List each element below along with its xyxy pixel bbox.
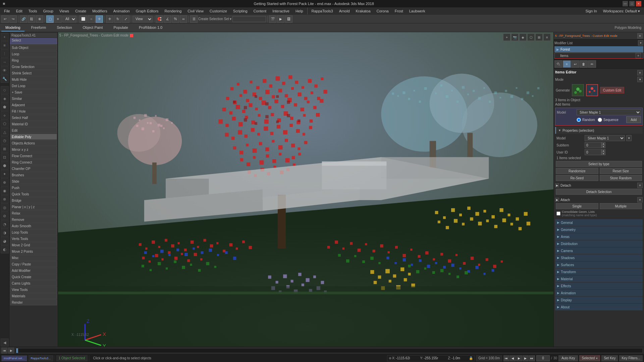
add-item-btn[interactable]: Add <box>626 116 641 123</box>
about-header[interactable]: ▶ About <box>555 304 643 310</box>
grow-selection-btn[interactable]: Grow Selection <box>10 64 57 70</box>
menu-content[interactable]: Content <box>251 8 269 14</box>
tool3[interactable]: ⬟ <box>1 103 9 111</box>
tool12[interactable]: ⊕ <box>1 178 9 186</box>
keyfilters-btn[interactable]: Key Filters... <box>619 355 643 361</box>
percent-snap[interactable]: % <box>172 15 179 23</box>
tool5[interactable]: ⬠ <box>1 120 9 128</box>
remove-btn[interactable]: Remove <box>10 217 57 223</box>
tab-proribbon[interactable]: ProRibbon 1.0 <box>135 24 166 32</box>
tool20[interactable]: ◐ <box>1 245 9 253</box>
modifier-options-btn[interactable]: ≡ <box>637 33 643 39</box>
sub-object-btn[interactable]: Sub Object <box>10 45 57 51</box>
subitem-down[interactable]: ▼ <box>601 145 605 148</box>
menu-modifiers[interactable]: Modifiers <box>90 8 110 14</box>
tool8[interactable]: ⊞ <box>1 145 9 153</box>
timeline-thumb[interactable] <box>16 348 18 353</box>
tab-selection[interactable]: Selection <box>53 24 76 32</box>
bridge-btn[interactable]: Bridge <box>10 197 57 203</box>
misc-btn[interactable]: Misc <box>10 255 57 261</box>
menu-graph-editors[interactable]: Graph Editors <box>133 8 161 14</box>
chamfer-op-btn[interactable]: Chamfer OP <box>10 166 57 172</box>
userid-up[interactable]: ▲ <box>601 149 605 152</box>
areas-header[interactable]: ▶ Areas <box>555 233 643 240</box>
geometry-header[interactable]: ▶ Geometry <box>555 226 643 233</box>
attach-arrow[interactable]: ▶ <box>555 198 559 202</box>
userid-down[interactable]: ▼ <box>601 152 605 155</box>
view-tools-btn[interactable]: View Tools <box>10 287 57 293</box>
mod-icon-4[interactable]: 🗑 <box>580 60 588 68</box>
selected-dropdown[interactable]: ▾ <box>596 357 598 360</box>
flow-connect-btn[interactable]: Flow Connect <box>10 153 57 159</box>
copy-paste-btn[interactable]: Copy / Paste <box>10 261 57 267</box>
tab-modeling[interactable]: Modeling <box>1 24 24 32</box>
attach-options[interactable]: ≡ <box>637 197 643 202</box>
tab-freeform[interactable]: Freeform <box>27 24 50 32</box>
menu-group[interactable]: Group <box>40 8 56 14</box>
select-region-rect[interactable]: ⬜ <box>79 15 87 23</box>
redo-btn[interactable]: ↪ <box>9 15 17 23</box>
minimize-button[interactable]: — <box>623 1 628 6</box>
tool4[interactable]: ⟡ <box>1 111 9 119</box>
menu-scripting[interactable]: Scripting <box>230 8 250 14</box>
tab-object-paint[interactable]: Object Paint <box>79 24 107 32</box>
transform-header[interactable]: ▶ Transform <box>555 268 643 275</box>
multiple-btn[interactable]: Multiple <box>600 203 642 209</box>
hierarchy-icon[interactable]: ⋮ <box>1 50 9 58</box>
editable-poly-btn[interactable]: Editable Poly <box>10 134 57 140</box>
add-modifier-btn[interactable]: Add Modifier <box>10 267 57 274</box>
items-sub-modifier[interactable]: Items ≡ <box>554 53 643 59</box>
render-production-btn[interactable]: 🖼 <box>285 15 292 23</box>
select-region-circle[interactable]: ○ <box>88 15 95 23</box>
tl-prev-btn[interactable]: ⏮ <box>1 348 7 354</box>
shrink-select-btn[interactable]: Shrink Select <box>10 70 57 76</box>
menu-create[interactable]: Create <box>72 8 89 14</box>
timeline-track[interactable] <box>15 348 643 353</box>
menu-corona[interactable]: Corona <box>374 8 391 14</box>
store-random-btn[interactable]: Store Random <box>600 175 642 181</box>
display-header[interactable]: ▶ Display <box>555 297 643 303</box>
tool7[interactable]: ◷ <box>1 136 9 144</box>
tool17[interactable]: ◔ <box>1 220 9 228</box>
tool13[interactable]: ◉ <box>1 187 9 195</box>
model-prop-btn[interactable]: ▾ <box>626 135 632 141</box>
close-button[interactable]: ✕ <box>636 1 641 6</box>
maximize-button[interactable]: □ <box>629 1 635 6</box>
subitem-input[interactable] <box>585 142 601 148</box>
save-btn[interactable]: + Save <box>10 89 57 95</box>
vp-shade-btn[interactable]: ◈ <box>519 34 527 41</box>
tool1[interactable]: ⬡ <box>1 86 9 94</box>
vp-stats-btn[interactable]: ≡ <box>543 34 551 41</box>
move2points-btn[interactable]: Move 2 Points <box>10 248 57 254</box>
modifier-list-dropdown[interactable]: ▾ <box>638 40 643 46</box>
tab-populate[interactable]: Populate <box>109 24 132 32</box>
vp-plus-btn[interactable]: + <box>503 34 511 41</box>
render-setup-btn[interactable]: 🎬 <box>269 15 276 23</box>
menu-interactive[interactable]: Interactive <box>270 8 292 14</box>
tool16[interactable]: ⊘ <box>1 212 9 220</box>
fill-hole-btn[interactable]: Fill / Hole <box>10 108 57 114</box>
mod-icon-5[interactable]: ✏ <box>588 60 596 68</box>
tool15[interactable]: ◎ <box>1 203 9 212</box>
viewport[interactable]: X Y Z 5 - FP_Foreground_Trees - Custom E… <box>58 32 553 347</box>
mod-icon-2[interactable]: ≡ <box>563 60 571 68</box>
modify-icon[interactable]: ≡ <box>1 41 9 49</box>
collapse-btn[interactable]: ◀ <box>1 339 9 347</box>
menu-file[interactable]: File <box>1 8 13 14</box>
reference-coord[interactable]: View <box>132 16 153 22</box>
reseed-btn[interactable]: Re-Seed <box>556 175 598 181</box>
material-header[interactable]: ▶ Material <box>555 276 643 282</box>
material-id-btn[interactable]: Material ID <box>10 121 57 127</box>
sequence-radio[interactable]: Sequence <box>598 118 619 122</box>
menu-rappatools[interactable]: RappaTools3 <box>309 8 336 14</box>
selection-filter[interactable]: All <box>62 16 76 22</box>
menu-views[interactable]: Views <box>57 8 72 14</box>
userid-input[interactable] <box>585 149 601 155</box>
quick-create-btn[interactable]: Quick Create <box>10 274 57 280</box>
utilities-icon[interactable]: 🔧 <box>1 75 9 83</box>
sign-in[interactable]: Sign In <box>583 8 599 14</box>
detach-selection-btn[interactable]: Detach Selection <box>556 189 642 195</box>
vp-grid-btn[interactable]: ⊞ <box>535 34 543 41</box>
loop-btn[interactable]: Loop <box>10 51 57 57</box>
adjacent-btn[interactable]: Adjacent <box>10 102 57 108</box>
